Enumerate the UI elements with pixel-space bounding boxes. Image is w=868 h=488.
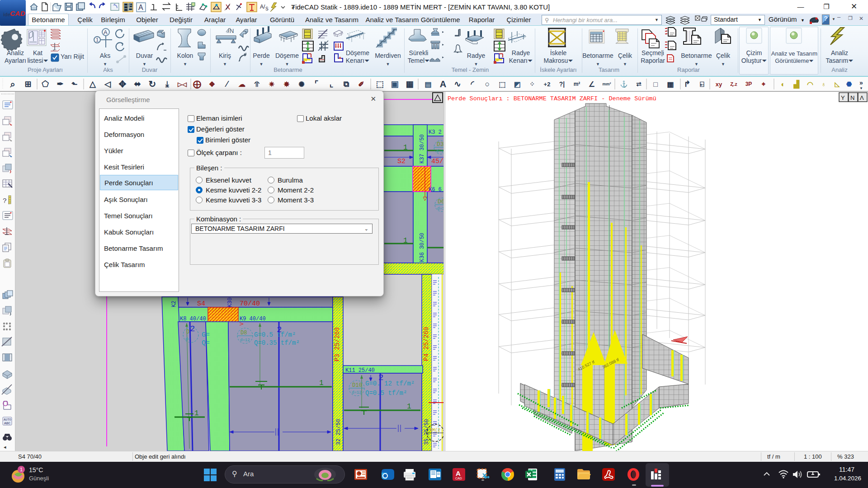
svg-text:☁: ☁ xyxy=(238,80,245,88)
svg-text:✸: ✸ xyxy=(283,80,290,88)
svg-text:70/40: 70/40 xyxy=(240,300,260,308)
svg-text:N: N xyxy=(230,28,234,34)
svg-text:○: ○ xyxy=(485,80,490,89)
svg-text:A: A xyxy=(138,4,143,11)
svg-text:∠: ∠ xyxy=(589,80,595,88)
svg-text:Ⱬ.z: Ⱬ.z xyxy=(730,81,737,87)
svg-text:1: 1 xyxy=(403,144,408,152)
svg-text:✷: ✷ xyxy=(269,80,274,88)
svg-text:K37 30/50: K37 30/50 xyxy=(419,134,425,164)
svg-text:K2: K2 xyxy=(171,301,177,307)
svg-text:G=: G= xyxy=(202,331,210,339)
svg-text:◂: ◂ xyxy=(4,444,6,450)
svg-text:+2: +2 xyxy=(544,81,551,88)
svg-text:❖: ❖ xyxy=(209,80,215,88)
svg-text:△: △ xyxy=(89,80,96,89)
svg-text:✐: ✐ xyxy=(358,80,364,88)
svg-text:D3: D3 xyxy=(437,141,443,148)
svg-text:⬌: ⬌ xyxy=(133,80,141,89)
svg-text:?|: ?| xyxy=(559,80,565,88)
svg-text:2: 2 xyxy=(378,373,383,383)
svg-text:S: S xyxy=(265,6,269,11)
svg-text:⮂: ⮂ xyxy=(636,80,642,88)
svg-text:d=12: d=12 xyxy=(240,338,250,343)
svg-text:▼: ▼ xyxy=(859,86,863,90)
svg-text:Q=: Q= xyxy=(202,339,210,347)
svg-text:⬠: ⬠ xyxy=(41,80,49,89)
svg-text:P4 25/260: P4 25/260 xyxy=(423,327,430,361)
svg-text:Perde Sonuçları : BETONARME TA: Perde Sonuçları : BETONARME TASARIM ZARF… xyxy=(448,95,656,102)
svg-text:N: N xyxy=(850,94,854,101)
svg-text:m²: m² xyxy=(574,81,580,87)
svg-text:⬣: ⬣ xyxy=(846,80,852,88)
svg-text:1: 1 xyxy=(403,237,408,245)
svg-text:D8: D8 xyxy=(241,330,247,336)
svg-text:A: A xyxy=(104,29,108,36)
svg-text:↻: ↻ xyxy=(149,79,156,89)
svg-text:d=: d= xyxy=(185,337,190,342)
svg-text:⬚: ⬚ xyxy=(376,80,383,89)
svg-text:✺: ✺ xyxy=(298,80,304,88)
svg-text:A/: A/ xyxy=(260,4,265,10)
svg-text:□: □ xyxy=(653,80,658,88)
svg-text:◺: ◺ xyxy=(835,80,840,88)
svg-text:K6 6: K6 6 xyxy=(429,187,442,193)
svg-text:A: A xyxy=(456,469,461,477)
svg-text:K9 40/40: K9 40/40 xyxy=(240,316,266,322)
svg-text:45/6: 45/6 xyxy=(431,158,443,165)
svg-text:◜: ◜ xyxy=(471,80,475,89)
svg-text:32 25/50: 32 25/50 xyxy=(335,419,342,445)
svg-text:✒: ✒ xyxy=(57,80,63,89)
svg-text:1: 1 xyxy=(407,403,411,411)
svg-text:▦: ▦ xyxy=(406,80,413,89)
svg-text:D10: D10 xyxy=(352,382,362,389)
svg-text:K8 40/40: K8 40/40 xyxy=(180,316,206,322)
svg-text:⬑: ⬑ xyxy=(71,80,77,88)
svg-text:♁: ♁ xyxy=(821,80,826,88)
svg-text:d=12: d=12 xyxy=(352,390,362,395)
svg-text:1: 1 xyxy=(96,37,99,42)
svg-text:2: 2 xyxy=(277,325,282,335)
svg-text:◐: ◐ xyxy=(781,80,785,88)
svg-text:⌖: ⌖ xyxy=(761,80,766,88)
svg-text:↱: ↱ xyxy=(684,80,690,89)
svg-text:2: 2 xyxy=(190,324,195,334)
svg-text:Q=0.5 tf/m²: Q=0.5 tf/m² xyxy=(365,389,407,397)
svg-text:▤: ▤ xyxy=(425,80,431,88)
svg-text:K36 30/50: K36 30/50 xyxy=(419,233,425,262)
svg-text:Λ: Λ xyxy=(860,94,864,101)
svg-text:A: A xyxy=(440,79,446,89)
svg-text:⌞: ⌞ xyxy=(330,80,333,89)
svg-text:d=1: d=1 xyxy=(436,149,443,154)
svg-text:⥣: ⥣ xyxy=(254,80,260,88)
svg-text:⊞: ⊞ xyxy=(24,80,31,89)
svg-text:KM(2: KM(2 xyxy=(429,428,440,433)
svg-text:Y: Y xyxy=(841,94,845,101)
svg-text:◠: ◠ xyxy=(807,80,813,88)
svg-text:35 25/50: 35 25/50 xyxy=(424,419,430,445)
svg-text:⚓: ⚓ xyxy=(620,80,628,88)
svg-text:▟: ▟ xyxy=(793,80,800,89)
svg-text:⨁: ⨁ xyxy=(193,80,201,89)
svg-text:»: » xyxy=(859,79,863,86)
svg-text:G=0.5 tf/m²: G=0.5 tf/m² xyxy=(254,331,296,338)
svg-text:d=1: d=1 xyxy=(437,206,443,211)
svg-text:⤓: ⤓ xyxy=(165,80,169,89)
svg-text:⍇: ⍇ xyxy=(700,80,704,88)
svg-text:◁: ◁ xyxy=(104,80,111,89)
svg-text:1: 1 xyxy=(194,409,199,418)
svg-text:▣: ▣ xyxy=(391,80,398,89)
svg-text:xy: xy xyxy=(716,81,722,88)
svg-text:⧉: ⧉ xyxy=(344,80,349,89)
svg-text:1: 1 xyxy=(20,467,23,472)
svg-text:ABC: ABC xyxy=(4,421,11,425)
svg-text:✥: ✥ xyxy=(119,79,127,89)
svg-text:▷◁: ▷◁ xyxy=(177,81,187,88)
svg-text:⬚: ⬚ xyxy=(499,80,505,88)
svg-text:⁄: ⁄ xyxy=(224,80,229,89)
svg-text:∿: ∿ xyxy=(454,80,461,89)
svg-text:1: 1 xyxy=(319,379,324,387)
svg-text:K3 2: K3 2 xyxy=(429,129,442,136)
svg-text:S2: S2 xyxy=(397,158,406,165)
svg-text:⌜: ⌜ xyxy=(315,80,318,89)
